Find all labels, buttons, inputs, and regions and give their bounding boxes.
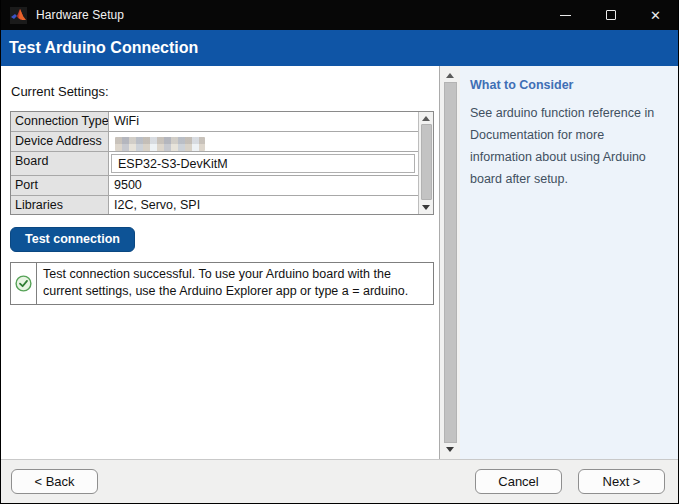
table-row-board: Board ESP32-S3-DevKitM: [11, 152, 433, 176]
status-message: Test connection successful. To use your …: [37, 263, 433, 304]
window-controls: ✕: [543, 0, 678, 30]
status-icon-cell: [11, 263, 37, 304]
main-scrollbar[interactable]: [439, 66, 460, 459]
cancel-button[interactable]: Cancel: [475, 469, 562, 494]
scroll-up-icon[interactable]: [422, 116, 430, 121]
maximize-icon: [606, 10, 616, 20]
content-area: Current Settings: Connection Type WiFi D…: [1, 66, 678, 459]
row-label: Board: [11, 152, 109, 175]
table-row-device-address: Device Address: [11, 132, 433, 152]
sidebar-heading: What to Consider: [470, 78, 664, 92]
settings-table: Connection Type WiFi Device Address Boar…: [10, 111, 434, 215]
board-field[interactable]: ESP32-S3-DevKitM: [111, 154, 415, 173]
minimize-icon: [560, 15, 571, 16]
current-settings-label: Current Settings:: [11, 84, 439, 99]
row-value: WiFi: [109, 112, 433, 131]
main-scrollbar-thumb[interactable]: [444, 82, 457, 443]
help-sidebar: What to Consider See arduino function re…: [460, 66, 678, 459]
back-button[interactable]: < Back: [11, 469, 98, 494]
maximize-button[interactable]: [588, 0, 633, 30]
row-value: I2C, Servo, SPI: [109, 196, 433, 215]
hardware-setup-window: Hardware Setup ✕ Test Arduino Connection…: [0, 0, 679, 504]
table-row-port: Port 9500: [11, 176, 433, 196]
scroll-down-icon[interactable]: [422, 205, 430, 210]
row-label: Device Address: [11, 132, 109, 151]
table-row-connection-type: Connection Type WiFi: [11, 112, 433, 132]
close-button[interactable]: ✕: [633, 0, 678, 30]
row-value: [109, 132, 433, 151]
check-circle-icon: [15, 275, 32, 292]
row-label: Connection Type: [11, 112, 109, 131]
titlebar: Hardware Setup ✕: [1, 0, 678, 30]
table-row-libraries: Libraries I2C, Servo, SPI: [11, 196, 433, 215]
test-connection-button[interactable]: Test connection: [10, 227, 135, 252]
row-label: Port: [11, 176, 109, 195]
minimize-button[interactable]: [543, 0, 588, 30]
row-value: ESP32-S3-DevKitM: [109, 152, 433, 175]
row-value: 9500: [109, 176, 433, 195]
row-label: Libraries: [11, 196, 109, 215]
footer-nav: < Back Cancel Next >: [1, 459, 678, 503]
device-address-redacted: [115, 137, 205, 151]
page-title: Test Arduino Connection: [9, 39, 198, 57]
next-button[interactable]: Next >: [578, 469, 665, 494]
close-icon: ✕: [650, 9, 661, 22]
scroll-down-icon[interactable]: [446, 447, 454, 452]
sidebar-body-text: See arduino function reference in Docume…: [470, 102, 664, 190]
matlab-logo-icon: [10, 7, 27, 24]
table-scrollbar[interactable]: [418, 112, 433, 214]
scroll-up-icon[interactable]: [446, 73, 454, 78]
status-message-box: Test connection successful. To use your …: [10, 262, 434, 305]
main-pane: Current Settings: Connection Type WiFi D…: [1, 66, 439, 459]
table-scrollbar-thumb[interactable]: [421, 124, 432, 200]
window-title: Hardware Setup: [36, 8, 124, 22]
step-header: Test Arduino Connection: [1, 30, 678, 66]
